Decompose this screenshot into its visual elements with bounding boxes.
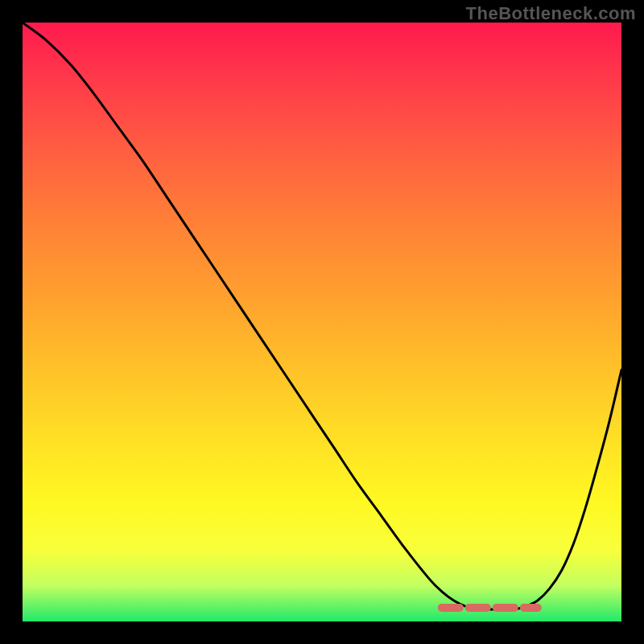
chart-frame: TheBottleneck.com bbox=[0, 0, 644, 644]
curve-svg bbox=[23, 23, 621, 621]
bottleneck-curve bbox=[23, 23, 621, 609]
watermark-text: TheBottleneck.com bbox=[466, 3, 636, 24]
plot-area bbox=[23, 23, 621, 621]
